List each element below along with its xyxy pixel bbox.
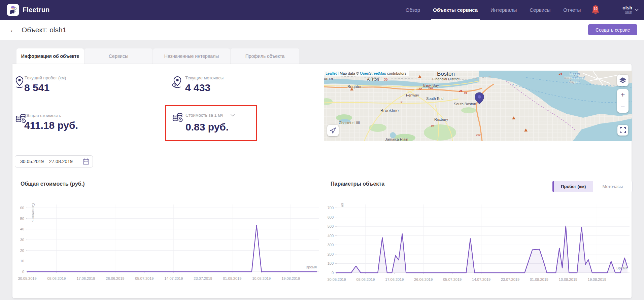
svg-text:05.07.2019: 05.07.2019: [443, 277, 462, 282]
left-chart-title: Общая стоимость (руб.): [21, 181, 84, 187]
map-label: Allston: [367, 77, 379, 82]
map-locate-button[interactable]: [327, 125, 339, 136]
svg-text:0: 0: [22, 270, 24, 274]
object-info-card: Текущий пробег (км) 8 541 Текущие моточа…: [12, 64, 632, 298]
nav-item-overview[interactable]: Обзор: [406, 0, 420, 20]
map-fullscreen-button[interactable]: [617, 125, 628, 136]
route-number: 203: [476, 133, 480, 136]
app-logo[interactable]: [7, 4, 19, 16]
svg-text:50: 50: [20, 217, 24, 221]
route-number: 25: [459, 89, 463, 92]
mileage-label: Текущий пробег (км): [25, 75, 66, 80]
map-label: Airport: [569, 80, 580, 84]
parameter-toggle: Пробег (км) Моточасы: [552, 181, 633, 192]
svg-text:Время: Время: [306, 265, 317, 269]
map-label: orner: [324, 76, 333, 81]
nav-item-intervals[interactable]: Интервалы: [490, 0, 517, 20]
tab-object-info[interactable]: Информация об объекте: [16, 48, 84, 64]
notification-count: 10: [591, 7, 600, 11]
location-pin-icon: [15, 76, 24, 89]
notifications-bell[interactable]: 10: [591, 5, 600, 15]
engine-hours-pin-icon: [172, 76, 182, 89]
svg-text:08.06.2019: 08.06.2019: [356, 277, 375, 282]
svg-text:100: 100: [328, 261, 334, 265]
map-layers-button[interactable]: [617, 75, 629, 86]
svg-text:500: 500: [328, 224, 334, 228]
svg-text:10.08.2019: 10.08.2019: [252, 276, 271, 280]
date-range-value: 30.05.2019 – 27.08.2019: [20, 159, 83, 164]
map-attribution: Leaflet | Map data © OpenStreetMap contr…: [324, 71, 409, 76]
route-number: 26: [559, 72, 562, 75]
svg-text:Время: Время: [616, 266, 628, 270]
map-zoom-control: + −: [617, 89, 629, 113]
main-nav: Обзор Объекты сервиса Интервалы Сервисы …: [406, 0, 581, 20]
highlight-box: Стоимость за 1 мч 0.83 руб.: [165, 105, 257, 141]
map-label: South Boston: [454, 102, 476, 106]
calendar-icon: [83, 158, 89, 165]
brand-name: Fleetrun: [23, 6, 50, 14]
osm-link[interactable]: OpenStreetMap: [360, 71, 386, 75]
toggle-mileage[interactable]: Пробег (км): [552, 181, 593, 192]
svg-text:01.08.2019: 01.08.2019: [223, 276, 241, 280]
create-service-button[interactable]: Создать сервис: [588, 24, 637, 35]
object-tabs: Информация об объекте Сервисы Назначенны…: [16, 48, 299, 64]
mileage-value: 8 541: [24, 82, 49, 93]
cost-metric-dropdown[interactable]: Стоимость за 1 мч: [185, 113, 235, 118]
date-range-picker[interactable]: 30.05.2019 – 27.08.2019: [15, 155, 93, 167]
svg-text:17.06.2019: 17.06.2019: [385, 277, 404, 282]
map-label: Boston: [437, 71, 455, 77]
toggle-engine-hours[interactable]: Моточасы: [593, 181, 633, 192]
back-button[interactable]: ←: [9, 26, 17, 34]
tab-object-profile[interactable]: Профиль объекта: [231, 48, 299, 64]
map-label: Brighton: [347, 84, 363, 89]
svg-text:26.06.2019: 26.06.2019: [106, 276, 124, 280]
total-cost-chart: 30.05.201908.06.201917.06.201926.06.2019…: [13, 198, 320, 283]
svg-text:60: 60: [20, 206, 24, 210]
total-cost-label: Общая стоимость: [25, 113, 61, 118]
user-subname: olsh: [622, 10, 632, 15]
svg-text:км: км: [341, 203, 345, 207]
map-label: Fenway: [406, 93, 419, 97]
svg-text:08.06.2019: 08.06.2019: [47, 276, 66, 280]
svg-text:400: 400: [328, 234, 334, 238]
engine-hours-label: Текущие моточасы: [185, 75, 224, 80]
nav-item-services[interactable]: Сервисы: [530, 0, 550, 20]
chevron-down-icon: [231, 114, 235, 117]
svg-text:10.08.2019: 10.08.2019: [559, 277, 577, 282]
svg-text:14.07.2019: 14.07.2019: [472, 277, 490, 282]
svg-text:10: 10: [20, 259, 24, 263]
leaflet-link[interactable]: Leaflet: [326, 71, 337, 75]
map-label: Roxbury: [434, 117, 448, 121]
locate-arrow-icon: [330, 127, 336, 134]
map-label: Brookline: [380, 108, 399, 113]
svg-text:20: 20: [20, 249, 24, 253]
route-number: 9: [401, 100, 402, 104]
tab-assigned-intervals[interactable]: Назначенные интервалы: [153, 48, 230, 64]
engine-hours-value: 4 433: [185, 82, 210, 93]
svg-text:200: 200: [328, 252, 334, 256]
svg-text:40: 40: [20, 227, 24, 231]
user-menu[interactable]: olsh olsh: [622, 5, 639, 15]
svg-text:19.08.2019: 19.08.2019: [588, 277, 606, 282]
layers-icon: [619, 77, 626, 84]
leaflet-map[interactable]: Leaflet | Map data © OpenStreetMap contr…: [324, 71, 632, 141]
fullscreen-icon: [620, 127, 626, 133]
tab-services[interactable]: Сервисы: [84, 48, 152, 64]
svg-text:30.05.2019: 30.05.2019: [327, 277, 346, 282]
map-marker[interactable]: [475, 92, 484, 106]
route-number: 248: [428, 87, 433, 90]
zoom-in-button[interactable]: +: [617, 89, 629, 101]
nav-item-service-objects[interactable]: Объекты сервиса: [433, 0, 478, 20]
svg-text:30: 30: [20, 238, 24, 242]
svg-text:300: 300: [328, 243, 334, 247]
svg-text:Стоимость: Стоимость: [31, 203, 35, 222]
page-title: Объект: olsh1: [22, 26, 66, 34]
svg-text:600: 600: [328, 215, 334, 219]
chevron-down-icon: [635, 9, 639, 11]
zoom-out-button[interactable]: −: [617, 101, 629, 113]
svg-text:14.07.2019: 14.07.2019: [164, 276, 183, 280]
nav-item-reports[interactable]: Отчеты: [563, 0, 581, 20]
svg-text:23.07.2019: 23.07.2019: [194, 276, 212, 280]
total-cost-value: 411.18 руб.: [24, 120, 78, 131]
svg-text:30.05.2019: 30.05.2019: [18, 276, 36, 280]
